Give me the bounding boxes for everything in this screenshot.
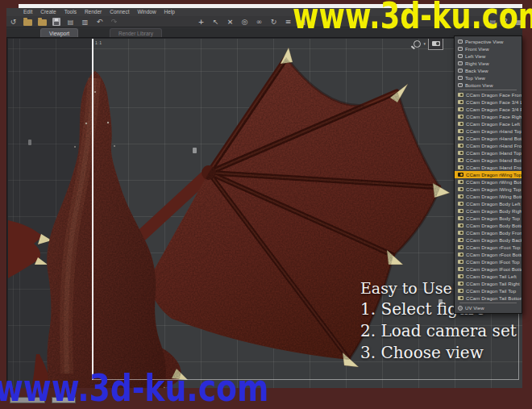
- camera-menu-item[interactable]: CCam Dragon Body Left: [455, 200, 522, 207]
- camera-icon: [458, 173, 463, 177]
- camera-icon: [458, 180, 463, 184]
- camera-menu-item[interactable]: Bottom View: [455, 81, 522, 89]
- menu-window[interactable]: Window: [137, 8, 156, 16]
- camera-menu-item[interactable]: CCam Dragon lFoot Top: [455, 258, 522, 265]
- menu-connect[interactable]: Connect: [110, 8, 129, 16]
- camera-menu-item[interactable]: CCam Dragon Tail Left: [455, 273, 522, 280]
- rotate-icon[interactable]: [269, 18, 278, 27]
- delete-node-icon[interactable]: [226, 18, 235, 27]
- camera-menu-item[interactable]: Top View: [455, 74, 522, 81]
- save-icon[interactable]: [52, 18, 60, 26]
- camera-menu-item[interactable]: CCam Dragon lFoot Bottom: [455, 265, 522, 273]
- toolbar-node-group: [197, 17, 307, 27]
- menu-edit[interactable]: Edit: [23, 8, 32, 16]
- camera-icon: [458, 209, 463, 213]
- link-icon[interactable]: [255, 18, 264, 27]
- camera-menu-item[interactable]: CCam Dragon Body Back: [455, 236, 522, 244]
- camera-menu-item[interactable]: CCam Dragon lHand Top: [455, 149, 522, 157]
- camera-menu-item[interactable]: CCam Dragon Face 3/4 Right: [455, 106, 522, 113]
- camera-icon: [458, 252, 463, 257]
- camera-menu-item[interactable]: CCam Dragon rHand Top: [455, 127, 522, 135]
- camera-menu-item-selected-rwing-top[interactable]: CCam Dragon rWing Top: [455, 171, 522, 178]
- camera-menu-item[interactable]: CCam Dragon Body Front: [455, 229, 522, 236]
- camera-menu-item[interactable]: CCam Dragon Face 3/4 Left: [455, 98, 522, 106]
- camera-icon: [458, 129, 463, 133]
- camera-icon: [458, 122, 463, 126]
- camera-menu-item[interactable]: Left View: [455, 52, 522, 60]
- camera-menu-item[interactable]: Back View: [455, 67, 522, 74]
- camera-menu-item-perspective-view[interactable]: Perspective View: [455, 38, 522, 45]
- export-doc-icon[interactable]: [81, 18, 89, 27]
- camera-icon: [458, 100, 463, 104]
- camera-menu-item[interactable]: CCam Dragon rWing Bottom: [455, 178, 522, 186]
- view-icon: [458, 83, 463, 87]
- overlay-step-3: 3. Choose view: [360, 342, 517, 364]
- chevron-down-icon[interactable]: ▾: [423, 41, 426, 46]
- camera-menu-item[interactable]: CCam Dragon Body Top: [455, 215, 522, 222]
- camera-icon: [458, 289, 463, 293]
- camera-icon: [458, 202, 463, 206]
- tab-viewport[interactable]: Viewport: [40, 28, 78, 37]
- camera-menu-item[interactable]: CCam Dragon Body Right: [455, 207, 522, 215]
- camera-menu-item[interactable]: CCam Dragon Tail Right: [455, 280, 522, 287]
- camera-menu-item[interactable]: CCam Dragon Tail Top: [455, 287, 522, 294]
- menu-tools[interactable]: Tools: [64, 8, 77, 16]
- camera-icon: [458, 260, 463, 264]
- watermark-top: www.3d-ku.com: [293, 0, 532, 36]
- tab-render-library[interactable]: Render Library: [110, 28, 162, 37]
- camera-menu-item[interactable]: Front View: [455, 45, 522, 52]
- camera-view-selector-button[interactable]: [428, 39, 443, 50]
- new-node-icon[interactable]: [197, 18, 206, 27]
- undo-icon[interactable]: [95, 18, 104, 27]
- view-icon: [458, 69, 463, 73]
- camera-menu-item[interactable]: Right View: [455, 60, 522, 67]
- camera-menu-item[interactable]: CCam Dragon rFoot Bottom: [455, 251, 522, 258]
- camera-icon: [458, 216, 463, 220]
- camera-icon: [458, 296, 463, 300]
- camera-menu-item[interactable]: CCam Dragon lHand Front: [455, 164, 522, 171]
- camera-menu-item[interactable]: CCam Dragon Body Bottom: [455, 222, 522, 229]
- camera-icon: [432, 41, 440, 46]
- menu-render[interactable]: Render: [85, 8, 102, 16]
- folder-icon[interactable]: [23, 19, 32, 26]
- camera-menu-item-uv-view[interactable]: UV View: [455, 304, 522, 311]
- import-doc-icon[interactable]: [66, 18, 75, 27]
- camera-icon: [458, 267, 463, 271]
- viewport-controls: ▾: [414, 39, 443, 51]
- view-icon: [458, 61, 463, 65]
- camera-icon: [458, 194, 463, 198]
- menu-separator: [459, 90, 517, 90]
- list-icon[interactable]: [284, 18, 293, 27]
- camera-icon: [458, 107, 463, 111]
- view-icon: [458, 54, 463, 58]
- magnifier-icon[interactable]: [414, 40, 421, 48]
- view-icon: [458, 47, 463, 51]
- redo-icon[interactable]: [110, 18, 118, 27]
- frame-band-right: [522, 0, 532, 409]
- camera-menu-item[interactable]: CCam Dragon lWing Bottom: [455, 193, 522, 200]
- camera-icon: [458, 231, 463, 235]
- camera-icon: [458, 136, 463, 140]
- camera-menu-item[interactable]: CCam Dragon rHand Bottom: [455, 135, 522, 142]
- menu-help[interactable]: Help: [164, 8, 175, 16]
- folder-new-icon[interactable]: [38, 19, 47, 26]
- camera-icon: [458, 165, 463, 169]
- target-icon[interactable]: [240, 18, 249, 27]
- camera-icon: [458, 187, 463, 191]
- viewport-marker: [28, 140, 31, 145]
- camera-menu-item[interactable]: CCam Dragon Face Left: [455, 120, 522, 127]
- open-scene-icon[interactable]: [9, 18, 18, 27]
- menu-create[interactable]: Create: [40, 8, 56, 16]
- camera-menu-item[interactable]: CCam Dragon Face Front: [455, 91, 522, 98]
- camera-menu-item[interactable]: CCam Dragon Face Right: [455, 113, 522, 120]
- camera-menu-item[interactable]: CCam Dragon lHand Bottom: [455, 157, 522, 164]
- camera-icon: [458, 245, 463, 249]
- camera-menu-item[interactable]: CCam Dragon lWing Top: [455, 186, 522, 193]
- camera-menu-item[interactable]: CCam Dragon rHand Front: [455, 142, 522, 149]
- view-icon: [458, 76, 463, 80]
- camera-menu-item[interactable]: CCam Dragon rFoot Top: [455, 244, 522, 251]
- camera-menu-item[interactable]: CCam Dragon Tail Bottom: [455, 294, 522, 302]
- camera-icon: [458, 274, 463, 278]
- select-cursor-icon[interactable]: [211, 18, 220, 27]
- camera-icon: [458, 144, 463, 148]
